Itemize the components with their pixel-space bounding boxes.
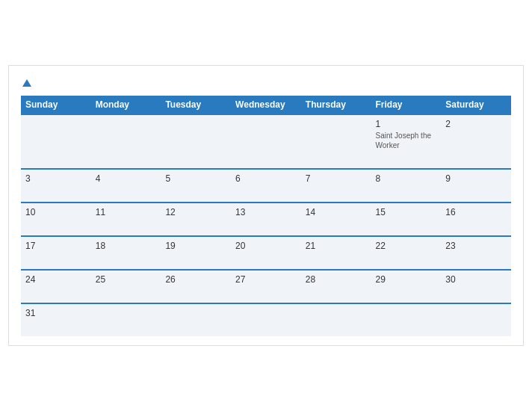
day-number: 25 [96, 274, 157, 285]
day-number: 6 [235, 173, 297, 184]
calendar-cell: 17 [21, 236, 91, 270]
day-number: 9 [445, 173, 507, 184]
day-number: 1 [376, 119, 437, 129]
calendar-cell: 10 [21, 203, 91, 236]
day-number: 26 [165, 274, 226, 285]
day-number: 17 [25, 241, 87, 251]
calendar-cell: 29 [371, 270, 442, 303]
calendar-cell [301, 303, 371, 336]
calendar-cell: 22 [371, 236, 442, 270]
day-number: 4 [96, 173, 157, 184]
calendar-cell: 7 [301, 169, 371, 203]
day-number: 10 [25, 207, 87, 217]
day-number: 21 [306, 241, 367, 251]
day-number: 11 [96, 207, 157, 217]
day-number: 2 [445, 119, 507, 129]
day-number: 5 [165, 173, 226, 184]
calendar-cell: 12 [161, 203, 231, 236]
calendar-cell: 23 [441, 236, 511, 270]
day-number: 19 [165, 241, 226, 251]
weekday-header-saturday: Saturday [441, 96, 511, 114]
week-row-5: 24252627282930 [21, 270, 511, 303]
logo-line1 [21, 78, 31, 88]
calendar-cell: 14 [301, 203, 371, 236]
calendar-cell: 3 [21, 169, 91, 203]
week-row-1: 1Saint Joseph the Worker2 [21, 114, 511, 169]
calendar-cell: 24 [21, 270, 91, 303]
day-number: 16 [445, 207, 507, 217]
calendar-thead: SundayMondayTuesdayWednesdayThursdayFrid… [21, 96, 511, 114]
day-number: 29 [376, 274, 437, 285]
day-number: 20 [235, 241, 297, 251]
calendar-container: SundayMondayTuesdayWednesdayThursdayFrid… [8, 65, 524, 346]
calendar-cell: 13 [231, 203, 301, 236]
calendar-cell [441, 303, 511, 336]
calendar-header [21, 78, 511, 88]
weekday-header-wednesday: Wednesday [231, 96, 301, 114]
calendar-table: SundayMondayTuesdayWednesdayThursdayFrid… [21, 96, 511, 336]
day-number: 14 [306, 207, 367, 217]
calendar-cell [161, 303, 231, 336]
calendar-cell: 19 [161, 236, 231, 270]
weekday-header-thursday: Thursday [301, 96, 371, 114]
day-number: 31 [25, 308, 87, 318]
weekday-header-friday: Friday [371, 96, 442, 114]
day-number: 7 [306, 173, 367, 184]
day-number: 23 [445, 241, 507, 251]
day-number: 13 [235, 207, 297, 217]
calendar-cell [371, 303, 442, 336]
day-number: 27 [235, 274, 297, 285]
day-event: Saint Joseph the Worker [376, 131, 437, 150]
weekday-header-monday: Monday [91, 96, 161, 114]
weekday-header-tuesday: Tuesday [161, 96, 231, 114]
logo [21, 78, 31, 88]
weekday-header-row: SundayMondayTuesdayWednesdayThursdayFrid… [21, 96, 511, 114]
calendar-cell: 1Saint Joseph the Worker [371, 114, 442, 169]
week-row-3: 10111213141516 [21, 203, 511, 236]
calendar-cell: 27 [231, 270, 301, 303]
day-number: 24 [25, 274, 87, 285]
calendar-cell: 28 [301, 270, 371, 303]
week-row-6: 31 [21, 303, 511, 336]
day-number: 8 [376, 173, 437, 184]
calendar-cell: 18 [91, 236, 161, 270]
day-number: 15 [376, 207, 437, 217]
calendar-cell [301, 114, 371, 169]
day-number: 3 [25, 173, 87, 184]
calendar-cell: 8 [371, 169, 442, 203]
calendar-cell: 21 [301, 236, 371, 270]
calendar-cell: 5 [161, 169, 231, 203]
calendar-cell: 31 [21, 303, 91, 336]
calendar-cell: 2 [441, 114, 511, 169]
calendar-cell: 11 [91, 203, 161, 236]
day-number: 18 [96, 241, 157, 251]
calendar-cell: 25 [91, 270, 161, 303]
calendar-cell: 6 [231, 169, 301, 203]
day-number: 22 [376, 241, 437, 251]
calendar-cell: 26 [161, 270, 231, 303]
calendar-cell [91, 303, 161, 336]
calendar-cell [161, 114, 231, 169]
day-number: 30 [445, 274, 507, 285]
calendar-body: 1Saint Joseph the Worker2345678910111213… [21, 114, 511, 336]
day-number: 12 [165, 207, 226, 217]
calendar-cell: 16 [441, 203, 511, 236]
week-row-2: 3456789 [21, 169, 511, 203]
calendar-cell: 15 [371, 203, 442, 236]
calendar-cell: 30 [441, 270, 511, 303]
calendar-cell [231, 114, 301, 169]
calendar-cell: 9 [441, 169, 511, 203]
calendar-cell [231, 303, 301, 336]
week-row-4: 17181920212223 [21, 236, 511, 270]
calendar-cell: 4 [91, 169, 161, 203]
calendar-cell [21, 114, 91, 169]
calendar-cell: 20 [231, 236, 301, 270]
day-number: 28 [306, 274, 367, 285]
logo-triangle-icon [22, 79, 31, 87]
calendar-cell [91, 114, 161, 169]
weekday-header-sunday: Sunday [21, 96, 91, 114]
